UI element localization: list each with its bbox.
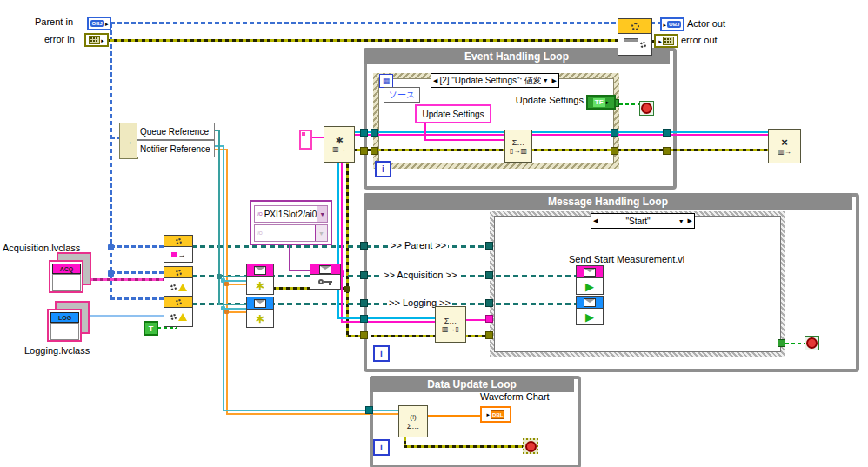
config-msg-node[interactable]	[310, 264, 341, 290]
selector-next-icon[interactable]: ▶	[551, 77, 558, 84]
terminal-arrow-icon: ▸	[101, 37, 104, 43]
update-settings-control-ref[interactable]: Update Settings	[415, 104, 491, 123]
tunnel-queue-ehl-right	[663, 129, 671, 137]
wire-queue-pink-v	[341, 135, 343, 323]
tf-arrow-icon: ▸	[606, 99, 610, 105]
case-next-icon[interactable]: ▶	[686, 217, 694, 224]
tunnel-error-case	[485, 331, 493, 339]
event-selector[interactable]: ◀ [2] "Update Settings": 値変更 ▼ ▶	[431, 73, 559, 88]
obj-type-label: OBJ	[667, 21, 681, 28]
event-selector-label[interactable]: [2] "Update Settings": 値変更	[439, 75, 540, 87]
daq-channel-row[interactable]: I/O PXI1Slot2/ai0 ▼	[254, 205, 328, 223]
selector-dropdown-icon[interactable]: ▼	[541, 77, 551, 83]
wire-error-dul-h	[404, 445, 525, 448]
event-source-tab[interactable]: ソース	[384, 87, 420, 103]
play-icon: ▶	[585, 281, 594, 292]
tunnel-queue-ev-left	[371, 129, 378, 137]
wire-notifier-cyan-dul	[223, 410, 371, 411]
event-loop-iteration-terminal: i	[375, 161, 391, 177]
dequeue-message-node[interactable]: Σ… ▥→▯	[435, 306, 466, 343]
daq-channel-constant[interactable]: I/O PXI1Slot2/ai0 ▼ I/O ▼	[250, 200, 332, 245]
tunnel-error-ev-right	[611, 147, 618, 155]
wire-enqueuer-log-incase	[496, 303, 576, 305]
error-cluster-icon	[89, 36, 100, 44]
tunnel-message-case	[485, 315, 493, 323]
stop-icon	[525, 441, 537, 452]
obj-type-label: OBJ	[90, 20, 104, 27]
logging-class-label: Logging.lvclass	[24, 345, 90, 357]
element-icon: ▯	[456, 325, 459, 333]
actor-out-terminal[interactable]: ▸ OBJ	[660, 17, 684, 31]
queue-icon: ▥	[520, 147, 527, 155]
wire-object-branch-3	[110, 297, 164, 300]
logging-cube-window	[50, 323, 79, 340]
wire-queueref-stubB	[218, 304, 246, 305]
stop-icon	[806, 337, 818, 349]
launch-root-actor-vi[interactable]: →	[164, 235, 193, 263]
error-out-terminal[interactable]: ▸	[654, 34, 678, 48]
true-constant[interactable]: T	[144, 321, 158, 336]
release-queue-node[interactable]: × ▥→	[768, 129, 801, 163]
acquisition-msg-node[interactable]: ∗	[246, 264, 274, 295]
wire-acquisition-class	[83, 278, 164, 281]
data-loop-stop-button[interactable]	[523, 438, 538, 454]
error-in-terminal[interactable]: ▸	[84, 33, 109, 47]
case-structure-border[interactable]	[490, 211, 785, 357]
key-icon	[318, 278, 333, 286]
send-start-logging-vi[interactable]: ▶	[576, 296, 604, 325]
queue-icon: ▥	[332, 145, 339, 153]
event-loop-stop-button[interactable]	[639, 101, 654, 116]
obtain-queue-node[interactable]: ∗ ▥→	[324, 126, 355, 163]
wait-glyph: Σ…	[407, 422, 420, 430]
case-selector[interactable]: ◀ "Start" ▼ ▶	[591, 213, 695, 229]
send-start-acquisition-vi[interactable]: ▶	[576, 265, 604, 295]
unbundle-field-queue[interactable]: Queue Reference	[137, 123, 215, 140]
iteration-label: i	[380, 349, 383, 358]
case-selector-label[interactable]: "Start"	[599, 217, 676, 226]
wire-const-to-obtain	[312, 137, 324, 138]
wait-glyph: Σ…	[444, 317, 457, 325]
arrow-icon: →	[339, 145, 346, 153]
wire-queue-pink-mhl	[371, 321, 437, 323]
tunnel-queue-mhl	[360, 315, 368, 323]
message-loop-stop-button[interactable]	[805, 336, 819, 350]
gear-icon	[631, 23, 639, 30]
daq-dropdown-icon[interactable]: ▼	[317, 206, 327, 222]
launch-acquisition-actor-vi[interactable]	[164, 266, 193, 297]
logging-msg-node[interactable]: ∗	[246, 297, 274, 328]
logging-cube-badge: LOG	[50, 312, 79, 323]
data-loop-title: Data Update Loop	[427, 378, 517, 390]
daq-channel-row-empty[interactable]: I/O ▼	[254, 224, 328, 242]
event-data-node-icon[interactable]: ▦	[379, 74, 393, 88]
tunnel-error-ehl-right	[663, 147, 671, 155]
wire-logging-class	[81, 315, 164, 317]
case-dropdown-icon[interactable]: ▼	[677, 218, 686, 224]
junction-notifier-2	[224, 282, 229, 286]
update-settings-tf-terminal[interactable]: TF ▸	[586, 95, 616, 110]
acq-badge-label: ACQ	[60, 266, 74, 272]
case-prev-icon[interactable]: ◀	[591, 217, 599, 224]
asterisk-icon: ∗	[255, 312, 265, 324]
tunnel-queue-ev-right	[611, 129, 618, 137]
actor-core-node[interactable]	[618, 18, 652, 56]
wire-ref-pink-h	[424, 139, 506, 141]
event-loop-title: Event Handling Loop	[464, 50, 569, 63]
unbundle-field-notifier[interactable]: Notifier Reference	[137, 140, 215, 157]
wire-label-acquisition: >> Acquisition >>	[382, 270, 458, 281]
tunnel-log-mhl	[360, 299, 368, 307]
wire-notifier-orange-stubB	[226, 311, 246, 313]
launch-logging-actor-vi[interactable]	[164, 296, 193, 327]
message-type-constant[interactable]	[299, 130, 312, 150]
tunnel-parent-case	[485, 242, 493, 250]
waveform-chart-terminal[interactable]: ▸ DBL	[480, 406, 511, 423]
labview-block-diagram: Event Handling Loop Message Handling Loo…	[0, 0, 868, 467]
wait-on-notification-node[interactable]: (!) Σ…	[398, 405, 428, 437]
selector-prev-icon[interactable]: ◀	[431, 77, 439, 84]
gear-icon	[640, 42, 646, 48]
parent-in-terminal[interactable]: OBJ ▸	[87, 17, 111, 30]
send-message-node-ehl[interactable]: Σ… ▯→▥	[504, 130, 532, 163]
unbundle-node-block[interactable]: →	[119, 123, 138, 159]
send-vi-band-pink	[577, 266, 603, 278]
play-icon: ▶	[585, 311, 594, 323]
message-handling-loop-titlebar: Message Handling Loop	[364, 193, 852, 210]
